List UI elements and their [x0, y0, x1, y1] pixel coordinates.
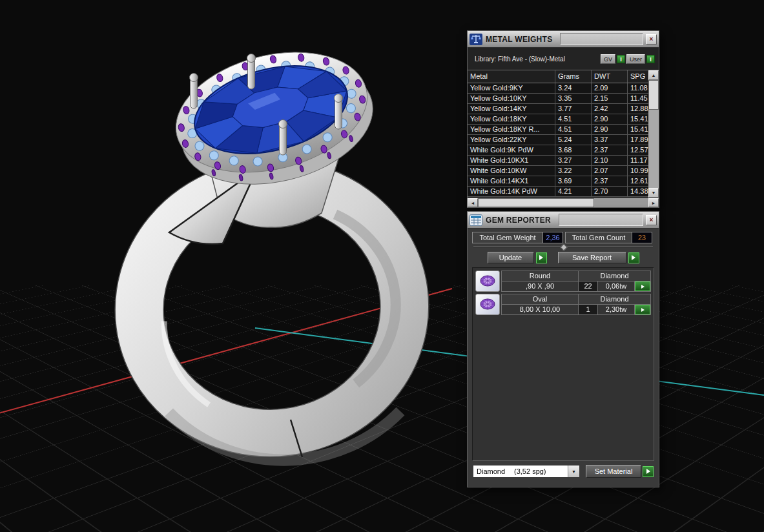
scrollbar-track[interactable] [648, 110, 659, 188]
gem-entry[interactable]: Oval Diamond 8,00 X 10,00 1 2,30tw [475, 294, 651, 315]
cell-spg: 11.45 [628, 94, 648, 103]
cell-grams: 5.24 [555, 135, 592, 145]
gem-count: 22 [579, 281, 597, 291]
cell-dwt: 2.70 [592, 187, 628, 196]
metal-weights-titlebar[interactable]: METAL WEIGHTS × [468, 31, 659, 48]
table-row[interactable]: White Gold:14KX1 3.69 2.37 12.61 [468, 176, 648, 187]
set-material-go-button[interactable] [643, 466, 654, 477]
gem-table-icon [469, 214, 483, 227]
cell-dwt: 2.10 [592, 156, 628, 165]
user-indicator-icon[interactable]: I [646, 55, 655, 63]
gem-reporter-titlebar[interactable]: GEM REPORTER × [468, 212, 659, 229]
table-row[interactable]: White Gold:10KW 3.22 2.07 10.99 [468, 166, 648, 176]
gv-button[interactable]: GV [601, 54, 615, 64]
table-row[interactable]: White Gold:9K PdW 3.68 2.37 12.57 [468, 145, 648, 156]
cell-spg: 12.57 [628, 145, 648, 155]
scroll-down-icon[interactable]: ▼ [648, 188, 659, 198]
cell-dwt: 3.37 [592, 135, 628, 145]
table-row[interactable]: Yellow Gold:18KY 4.51 2.90 15.41 [468, 114, 648, 125]
table-row[interactable]: Yellow Gold:22KY 5.24 3.37 17.89 [468, 135, 648, 145]
table-row[interactable]: Yellow Gold:9KY 3.24 2.09 11.08 [468, 83, 648, 94]
column-header-dwt[interactable]: DWT [592, 70, 628, 83]
totals-row: Total Gem Weight 2,36 Total Gem Count 23 [472, 232, 654, 243]
cell-dwt: 2.90 [592, 125, 628, 134]
total-gem-weight-label: Total Gem Weight [472, 232, 543, 243]
table-row[interactable]: Yellow Gold:14KY 3.77 2.42 12.88 [468, 104, 648, 114]
save-report-button[interactable]: Save Report [558, 252, 626, 263]
cell-grams: 4.21 [555, 187, 592, 196]
table-row[interactable]: White Gold:14K PdW 4.21 2.70 14.38 [468, 187, 648, 197]
cell-spg: 15.41 [628, 114, 648, 124]
gem-material: Diamond [579, 294, 650, 304]
cell-dwt: 2.09 [592, 83, 628, 93]
cad-viewport: METAL WEIGHTS × Library: Fifth Ave - (Sl… [0, 0, 764, 532]
gem-reporter-body: Total Gem Weight 2,36 Total Gem Count 23… [468, 229, 659, 487]
gem-go-button[interactable] [635, 305, 650, 314]
scroll-left-icon[interactable]: ◄ [468, 198, 478, 207]
table-row[interactable]: Yellow Gold:10KY 3.35 2.15 11.45 [468, 94, 648, 104]
total-gem-weight-value: 2,36 [543, 232, 563, 243]
gem-size: 8,00 X 10,00 [502, 305, 578, 314]
cell-grams: 3.77 [555, 104, 592, 114]
table-row[interactable]: White Gold:10KX1 3.27 2.10 11.17 [468, 156, 648, 166]
splitter-handle[interactable] [473, 244, 653, 250]
cell-grams: 3.68 [555, 145, 592, 155]
cell-metal: White Gold:14KX1 [468, 176, 555, 186]
scrollbar-thumb[interactable] [648, 80, 659, 110]
scrollbar-thumb[interactable] [478, 198, 594, 207]
gem-entry-grid: Oval Diamond 8,00 X 10,00 1 2,30tw [501, 294, 651, 315]
material-dropdown[interactable]: Diamond (3,52 spg) ▼ [473, 465, 580, 478]
splitter-diamond-icon[interactable] [560, 243, 567, 251]
gem-entry-grid: Round Diamond ,90 X ,90 22 0,06tw [501, 271, 651, 292]
gv-indicator-icon[interactable]: I [617, 55, 625, 63]
gem-size: ,90 X ,90 [502, 281, 578, 291]
close-button[interactable]: × [646, 34, 657, 45]
cell-grams: 4.51 [555, 114, 592, 124]
scale-icon [469, 33, 483, 46]
play-icon [646, 469, 650, 474]
cell-dwt: 2.37 [592, 176, 628, 186]
gem-shape-icon [475, 271, 500, 292]
gem-go-button[interactable] [635, 281, 650, 291]
scrollbar-track[interactable] [478, 198, 648, 207]
horizontal-scrollbar[interactable]: ◄ ► [468, 198, 659, 207]
metal-weights-title: METAL WEIGHTS [486, 35, 552, 44]
vertical-scrollbar[interactable]: ▲ ▼ [648, 70, 659, 198]
play-icon [641, 285, 645, 289]
scroll-right-icon[interactable]: ► [648, 198, 659, 207]
dropdown-arrow-icon[interactable]: ▼ [568, 466, 579, 477]
user-button[interactable]: User [626, 54, 645, 64]
column-header-spg[interactable]: SPG [628, 70, 648, 83]
cell-metal: Yellow Gold:18KY R... [468, 125, 555, 134]
cell-dwt: 2.07 [592, 166, 628, 176]
cell-grams: 3.24 [555, 83, 592, 93]
metal-table: Metal Grams DWT SPG Yellow Gold:9KY 3.24… [468, 70, 659, 198]
total-gem-count-label: Total Gem Count [565, 232, 632, 243]
cell-spg: 12.88 [628, 104, 648, 114]
gem-entry[interactable]: Round Diamond ,90 X ,90 22 0,06tw [475, 271, 651, 292]
column-header-grams[interactable]: Grams [555, 70, 592, 83]
column-header-metal[interactable]: Metal [468, 70, 555, 83]
update-button[interactable]: Update [488, 252, 534, 263]
cell-metal: Yellow Gold:22KY [468, 135, 555, 145]
halo-head [163, 33, 386, 203]
gem-shape-icon [475, 294, 500, 315]
play-icon [632, 255, 635, 260]
close-button[interactable]: × [646, 215, 657, 225]
save-report-go-button[interactable] [628, 252, 639, 263]
table-row[interactable]: Yellow Gold:18KY R... 4.51 2.90 15.41 [468, 125, 648, 135]
titlebar-slot [560, 33, 643, 45]
set-material-button[interactable]: Set Material [586, 465, 641, 478]
gem-shape: Oval [502, 294, 578, 304]
gem-count: 1 [579, 305, 597, 314]
material-dropdown-value: Diamond [473, 467, 514, 475]
titlebar-slot [559, 214, 643, 226]
gem-weight: 2,30tw [598, 305, 634, 314]
gem-go-cell [635, 281, 650, 291]
total-gem-count-value: 23 [632, 232, 652, 243]
cell-spg: 12.61 [628, 176, 648, 186]
cell-dwt: 2.15 [592, 94, 628, 103]
scroll-up-icon[interactable]: ▲ [648, 70, 659, 80]
update-go-button[interactable] [536, 252, 547, 263]
metal-weights-body: Library: Fifth Ave - (Slow)-Metal GV I U… [468, 48, 659, 207]
